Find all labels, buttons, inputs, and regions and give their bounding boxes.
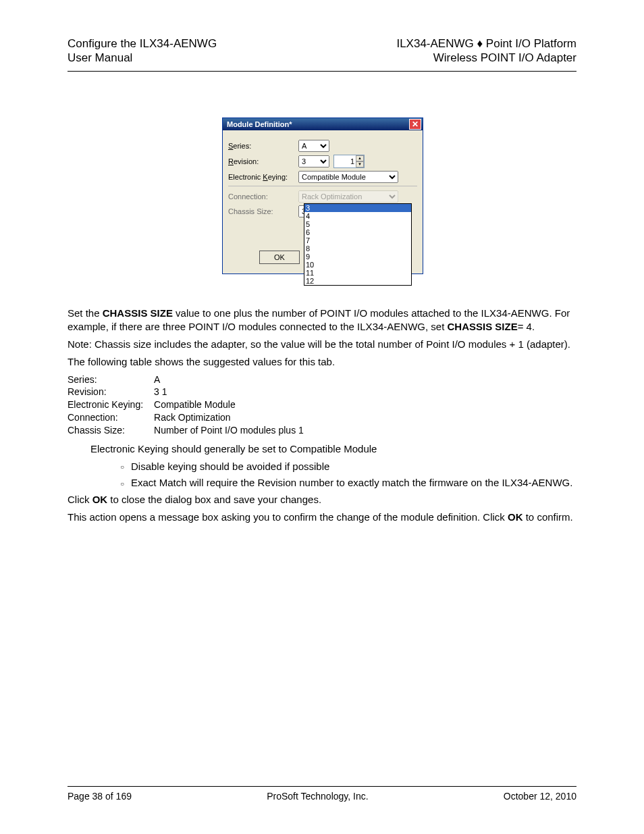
- header-product-name: Wireless POINT I/O Adapter: [396, 51, 576, 65]
- chassis-option[interactable]: 7: [304, 236, 411, 244]
- paragraph: Set the CHASSIS SIZE value to one plus t…: [68, 307, 576, 334]
- keying-label: Electronic Keying:: [228, 173, 298, 181]
- revision-label: Revision:: [228, 157, 298, 165]
- chassis-option[interactable]: 9: [304, 253, 411, 261]
- settings-table: Series:A Revision:3 1 Electronic Keying:…: [68, 373, 309, 437]
- revision-minor-spinner[interactable]: ▲▼: [333, 155, 365, 168]
- document-page: Configure the ILX34-AENWG User Manual IL…: [0, 0, 644, 834]
- keying-select[interactable]: Compatible Module: [298, 171, 398, 183]
- close-icon[interactable]: ✕: [409, 119, 421, 130]
- paragraph: The following table shows the suggested …: [68, 355, 576, 369]
- footer-rule: [68, 786, 576, 787]
- connection-label: Connection:: [228, 192, 298, 201]
- ok-button[interactable]: OK: [259, 251, 300, 264]
- spin-down-icon[interactable]: ▼: [356, 161, 364, 167]
- table-row: Connection:Rack Optimization: [68, 411, 309, 424]
- chassis-label: Chassis Size:: [228, 207, 298, 215]
- page-number: Page 38 of 169: [68, 791, 132, 802]
- chassis-option[interactable]: 11: [304, 269, 411, 277]
- paragraph: This action opens a message box asking y…: [68, 511, 576, 524]
- footer-date: October 12, 2010: [504, 791, 576, 802]
- chassis-option[interactable]: 4: [304, 212, 411, 220]
- header-rule: [68, 71, 576, 72]
- footer-company: ProSoft Technology, Inc.: [267, 791, 368, 802]
- dialog-title: Module Definition*: [227, 120, 292, 128]
- chassis-option[interactable]: 5: [304, 220, 411, 228]
- series-select[interactable]: A: [298, 140, 329, 152]
- chassis-option[interactable]: 6: [304, 228, 411, 236]
- table-row: Electronic Keying:Compatible Module: [68, 398, 309, 411]
- table-row: Series:A: [68, 373, 309, 386]
- revision-minor-input[interactable]: [334, 155, 356, 167]
- list-item: Exact Match will require the Revision nu…: [120, 476, 576, 490]
- table-row: Revision:3 1: [68, 386, 309, 398]
- page-footer: Page 38 of 169 ProSoft Technology, Inc. …: [68, 786, 576, 802]
- chassis-option[interactable]: 13: [304, 285, 411, 286]
- note-paragraph: Note: Chassis size includes the adapter,…: [68, 338, 576, 351]
- paragraph: Electronic Keying should generally be se…: [68, 442, 576, 456]
- paragraph: Click OK to close the dialog box and sav…: [68, 493, 576, 506]
- chassis-option[interactable]: 10: [304, 261, 411, 269]
- series-label: Series:: [228, 142, 298, 150]
- chassis-size-dropdown-list[interactable]: 3 4 5 6 7 8 9 10 11 12 13 14: [304, 203, 412, 286]
- connection-select[interactable]: Rack Optimization: [298, 190, 398, 203]
- chassis-option[interactable]: 3: [304, 204, 411, 212]
- embedded-screenshot: Module Definition* ✕ Series: A Revision:…: [222, 118, 422, 274]
- page-header: Configure the ILX34-AENWG User Manual IL…: [68, 36, 576, 66]
- page-body: Set the CHASSIS SIZE value to one plus t…: [68, 307, 576, 525]
- chassis-option[interactable]: 12: [304, 277, 411, 285]
- bullet-list: Disable keying should be avoided if poss…: [120, 460, 576, 490]
- chassis-option[interactable]: 8: [304, 244, 411, 253]
- module-definition-dialog: Module Definition* ✕ Series: A Revision:…: [222, 118, 423, 274]
- revision-major-select[interactable]: 3: [298, 155, 329, 167]
- table-row: Chassis Size:Number of Point I/O modules…: [68, 424, 309, 437]
- dialog-titlebar: Module Definition* ✕: [223, 118, 423, 130]
- header-section-title: Configure the ILX34-AENWG: [68, 36, 217, 51]
- header-product-line: ILX34-AENWG ♦ Point I/O Platform: [396, 36, 576, 51]
- dialog-divider: [228, 186, 417, 186]
- list-item: Disable keying should be avoided if poss…: [120, 460, 576, 473]
- header-doc-type: User Manual: [68, 51, 217, 65]
- spin-up-icon[interactable]: ▲: [356, 155, 364, 161]
